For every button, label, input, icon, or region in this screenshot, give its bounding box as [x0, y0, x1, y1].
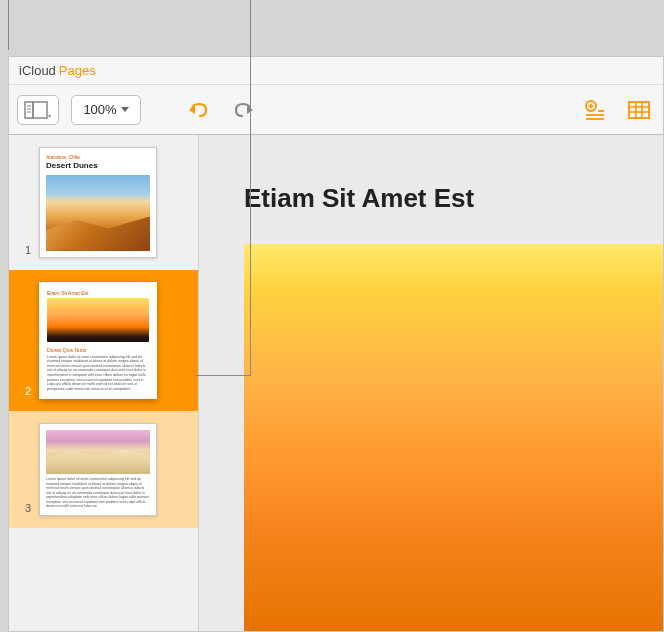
redo-icon	[230, 97, 256, 123]
document-canvas[interactable]: Etiam Sit Amet Est	[199, 135, 663, 631]
callout-line-1	[8, 0, 9, 50]
thumbnail-image	[46, 430, 150, 474]
document-hero-image[interactable]	[244, 244, 663, 631]
thumbnail-image	[47, 298, 149, 342]
page-thumbnails-sidebar[interactable]: 1 Atacama, Chile Desert Dunes 2 Etiam Si…	[9, 135, 199, 631]
callout-line-2	[250, 0, 251, 56]
zoom-level-label: 100%	[83, 102, 116, 117]
callout-line-3	[250, 56, 251, 376]
thumbnail-category: Etiam Sit Amet Est	[47, 290, 149, 296]
undo-icon	[186, 97, 212, 123]
page-number: 1	[25, 244, 31, 256]
svg-marker-5	[48, 115, 51, 118]
titlebar: iCloud Pages	[9, 57, 663, 85]
insert-icon	[582, 97, 608, 123]
undo-button[interactable]	[183, 94, 215, 126]
thumbnail-title: Desert Dunes	[46, 162, 150, 171]
thumbnail-category: Atacama, Chile	[46, 154, 150, 160]
brand-prefix: iCloud	[19, 63, 56, 78]
brand-app: Pages	[59, 63, 96, 78]
workspace: 1 Atacama, Chile Desert Dunes 2 Etiam Si…	[9, 135, 663, 631]
redo-button[interactable]	[227, 94, 259, 126]
thumbnail-body-text: Lorem ipsum dolor sit amet consectetur a…	[47, 355, 149, 391]
insert-button[interactable]	[579, 94, 611, 126]
page-thumbnail-3[interactable]: 3 Lorem ipsum dolor sit amet consectetur…	[9, 411, 198, 528]
view-icon	[24, 100, 52, 120]
document-heading[interactable]: Etiam Sit Amet Est	[199, 183, 663, 244]
thumbnail-subtitle: Donec Quis Nunc	[47, 347, 149, 353]
page-thumbnail-2[interactable]: 2 Etiam Sit Amet Est Donec Quis Nunc Lor…	[9, 270, 198, 411]
thumbnail-image	[46, 175, 150, 251]
toolbar: 100%	[9, 85, 663, 135]
page-number: 3	[25, 502, 31, 514]
svg-rect-0	[25, 102, 33, 118]
chevron-down-icon	[121, 107, 129, 112]
table-button[interactable]	[623, 94, 655, 126]
view-menu-button[interactable]	[17, 95, 59, 125]
svg-rect-1	[33, 102, 47, 118]
callout-line-4	[195, 375, 250, 376]
page-number: 2	[25, 385, 31, 397]
thumbnail-body-text: Lorem ipsum dolor sit amet consectetur a…	[46, 477, 150, 509]
app-window: iCloud Pages 100%	[8, 56, 664, 632]
page-thumbnail-1[interactable]: 1 Atacama, Chile Desert Dunes	[9, 135, 198, 270]
thumbnail-card: Etiam Sit Amet Est Donec Quis Nunc Lorem…	[39, 282, 157, 399]
table-icon	[626, 97, 652, 123]
svg-rect-14	[629, 102, 649, 118]
zoom-dropdown[interactable]: 100%	[71, 95, 141, 125]
thumbnail-card: Atacama, Chile Desert Dunes	[39, 147, 157, 258]
thumbnail-card: Lorem ipsum dolor sit amet consectetur a…	[39, 423, 157, 516]
